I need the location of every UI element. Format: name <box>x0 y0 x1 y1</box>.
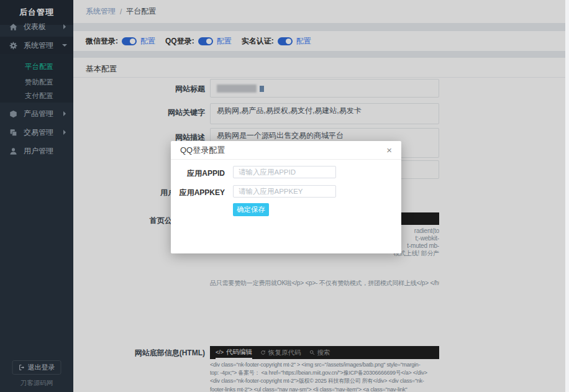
qq-login-config-modal: QQ登录配置 × 应用APPID 应用APPKEY 确定保存 <box>171 141 401 253</box>
appkey-label: 应用APPKEY <box>171 188 225 198</box>
appid-label: 应用APPID <box>171 168 225 179</box>
modal-header: QQ登录配置 × <box>171 141 401 160</box>
appid-input[interactable] <box>233 166 336 178</box>
appkey-input[interactable] <box>233 185 336 198</box>
scrollbar-track[interactable] <box>565 0 569 392</box>
modal-title: QQ登录配置 <box>180 145 225 156</box>
confirm-save-button[interactable]: 确定保存 <box>233 203 269 216</box>
admin-screen: 后台管理 仪表板 系统管理 平台 <box>0 0 569 392</box>
close-icon[interactable]: × <box>386 145 392 155</box>
